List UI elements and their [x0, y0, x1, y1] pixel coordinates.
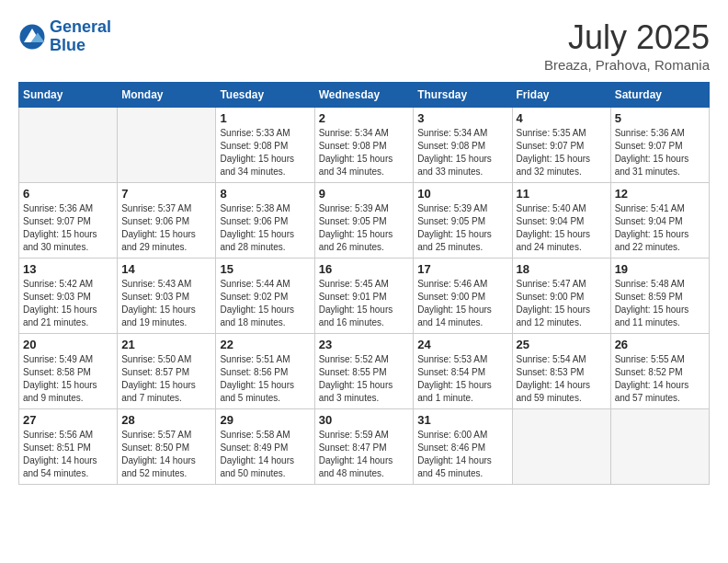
day-info: Sunrise: 5:38 AMSunset: 9:06 PMDaylight:… [220, 202, 310, 254]
calendar-cell: 29 Sunrise: 5:58 AMSunset: 8:49 PMDaylig… [216, 409, 314, 485]
calendar-cell: 27 Sunrise: 5:56 AMSunset: 8:51 PMDaylig… [19, 409, 118, 485]
calendar-cell: 10 Sunrise: 5:39 AMSunset: 9:05 PMDaylig… [414, 183, 512, 259]
day-number: 6 [23, 187, 113, 201]
day-number: 4 [517, 111, 607, 125]
day-info: Sunrise: 5:44 AMSunset: 9:02 PMDaylight:… [220, 278, 310, 329]
day-number: 10 [417, 187, 507, 201]
calendar-cell: 22 Sunrise: 5:51 AMSunset: 8:56 PMDaylig… [216, 334, 314, 409]
day-number: 17 [417, 262, 507, 276]
day-info: Sunrise: 5:43 AMSunset: 9:03 PMDaylight:… [121, 278, 211, 329]
calendar-week-5: 27 Sunrise: 5:56 AMSunset: 8:51 PMDaylig… [19, 409, 710, 485]
day-number: 22 [220, 338, 310, 351]
day-number: 21 [121, 338, 211, 351]
calendar-cell: 23 Sunrise: 5:52 AMSunset: 8:55 PMDaylig… [314, 334, 414, 409]
day-number: 28 [121, 413, 211, 427]
calendar-cell: 5 Sunrise: 5:36 AMSunset: 9:07 PMDayligh… [610, 108, 709, 183]
day-number: 23 [319, 338, 410, 351]
logo: General Blue [18, 18, 111, 55]
calendar-cell [610, 409, 709, 485]
day-info: Sunrise: 5:59 AMSunset: 8:47 PMDaylight:… [319, 429, 410, 480]
calendar-cell: 14 Sunrise: 5:43 AMSunset: 9:03 PMDaylig… [118, 259, 216, 334]
weekday-header-thursday: Thursday [414, 83, 512, 108]
day-info: Sunrise: 6:00 AMSunset: 8:46 PMDaylight:… [417, 429, 507, 480]
day-number: 31 [417, 413, 507, 427]
day-number: 19 [615, 262, 705, 276]
calendar-week-4: 20 Sunrise: 5:49 AMSunset: 8:58 PMDaylig… [19, 334, 710, 409]
calendar-cell [512, 409, 610, 485]
day-info: Sunrise: 5:41 AMSunset: 9:04 PMDaylight:… [615, 202, 705, 254]
calendar-cell: 4 Sunrise: 5:35 AMSunset: 9:07 PMDayligh… [512, 108, 610, 183]
calendar-cell: 21 Sunrise: 5:50 AMSunset: 8:57 PMDaylig… [118, 334, 216, 409]
calendar-cell: 7 Sunrise: 5:37 AMSunset: 9:06 PMDayligh… [118, 183, 216, 259]
day-info: Sunrise: 5:51 AMSunset: 8:56 PMDaylight:… [220, 353, 310, 405]
day-number: 7 [121, 187, 211, 201]
day-info: Sunrise: 5:34 AMSunset: 9:08 PMDaylight:… [319, 127, 410, 178]
day-info: Sunrise: 5:35 AMSunset: 9:07 PMDaylight:… [517, 127, 607, 178]
day-number: 3 [417, 111, 507, 125]
day-info: Sunrise: 5:39 AMSunset: 9:05 PMDaylight:… [319, 202, 410, 254]
month-title: July 2025 [544, 18, 710, 57]
day-info: Sunrise: 5:42 AMSunset: 9:03 PMDaylight:… [23, 278, 113, 329]
day-info: Sunrise: 5:40 AMSunset: 9:04 PMDaylight:… [517, 202, 607, 254]
logo-icon [18, 23, 46, 51]
calendar-cell: 6 Sunrise: 5:36 AMSunset: 9:07 PMDayligh… [19, 183, 118, 259]
day-number: 15 [220, 262, 310, 276]
day-number: 29 [220, 413, 310, 427]
calendar-cell: 2 Sunrise: 5:34 AMSunset: 9:08 PMDayligh… [314, 108, 414, 183]
day-number: 13 [23, 262, 113, 276]
day-number: 25 [517, 338, 607, 351]
calendar-cell: 15 Sunrise: 5:44 AMSunset: 9:02 PMDaylig… [216, 259, 314, 334]
calendar-cell: 24 Sunrise: 5:53 AMSunset: 8:54 PMDaylig… [414, 334, 512, 409]
day-number: 24 [417, 338, 507, 351]
day-info: Sunrise: 5:58 AMSunset: 8:49 PMDaylight:… [220, 429, 310, 480]
day-number: 16 [319, 262, 410, 276]
weekday-header-tuesday: Tuesday [216, 83, 314, 108]
weekday-header-saturday: Saturday [610, 83, 709, 108]
calendar-cell: 28 Sunrise: 5:57 AMSunset: 8:50 PMDaylig… [118, 409, 216, 485]
day-number: 2 [319, 111, 410, 125]
calendar-cell: 1 Sunrise: 5:33 AMSunset: 9:08 PMDayligh… [216, 108, 314, 183]
calendar-week-2: 6 Sunrise: 5:36 AMSunset: 9:07 PMDayligh… [19, 183, 710, 259]
weekday-header-row: SundayMondayTuesdayWednesdayThursdayFrid… [19, 83, 710, 108]
page-header: General Blue July 2025 Breaza, Prahova, … [18, 18, 710, 73]
day-info: Sunrise: 5:52 AMSunset: 8:55 PMDaylight:… [319, 353, 410, 405]
day-info: Sunrise: 5:39 AMSunset: 9:05 PMDaylight:… [417, 202, 507, 254]
weekday-header-monday: Monday [118, 83, 216, 108]
day-info: Sunrise: 5:47 AMSunset: 9:00 PMDaylight:… [517, 278, 607, 329]
day-number: 5 [615, 111, 705, 125]
day-info: Sunrise: 5:56 AMSunset: 8:51 PMDaylight:… [23, 429, 113, 480]
day-info: Sunrise: 5:45 AMSunset: 9:01 PMDaylight:… [319, 278, 410, 329]
calendar-table: SundayMondayTuesdayWednesdayThursdayFrid… [18, 82, 710, 485]
title-block: July 2025 Breaza, Prahova, Romania [544, 18, 710, 73]
day-number: 9 [319, 187, 410, 201]
day-info: Sunrise: 5:46 AMSunset: 9:00 PMDaylight:… [417, 278, 507, 329]
calendar-cell: 13 Sunrise: 5:42 AMSunset: 9:03 PMDaylig… [19, 259, 118, 334]
day-number: 8 [220, 187, 310, 201]
calendar-cell: 11 Sunrise: 5:40 AMSunset: 9:04 PMDaylig… [512, 183, 610, 259]
day-number: 12 [615, 187, 705, 201]
calendar-cell: 9 Sunrise: 5:39 AMSunset: 9:05 PMDayligh… [314, 183, 414, 259]
calendar-cell: 17 Sunrise: 5:46 AMSunset: 9:00 PMDaylig… [414, 259, 512, 334]
day-info: Sunrise: 5:48 AMSunset: 8:59 PMDaylight:… [615, 278, 705, 329]
day-info: Sunrise: 5:33 AMSunset: 9:08 PMDaylight:… [220, 127, 310, 178]
calendar-cell: 16 Sunrise: 5:45 AMSunset: 9:01 PMDaylig… [314, 259, 414, 334]
calendar-cell [118, 108, 216, 183]
weekday-header-friday: Friday [512, 83, 610, 108]
day-info: Sunrise: 5:50 AMSunset: 8:57 PMDaylight:… [121, 353, 211, 405]
calendar-cell: 12 Sunrise: 5:41 AMSunset: 9:04 PMDaylig… [610, 183, 709, 259]
calendar-cell: 26 Sunrise: 5:55 AMSunset: 8:52 PMDaylig… [610, 334, 709, 409]
logo-line1: General [50, 17, 111, 36]
calendar-cell: 8 Sunrise: 5:38 AMSunset: 9:06 PMDayligh… [216, 183, 314, 259]
day-number: 20 [23, 338, 113, 351]
day-number: 26 [615, 338, 705, 351]
calendar-cell: 30 Sunrise: 5:59 AMSunset: 8:47 PMDaylig… [314, 409, 414, 485]
day-info: Sunrise: 5:37 AMSunset: 9:06 PMDaylight:… [121, 202, 211, 254]
calendar-week-1: 1 Sunrise: 5:33 AMSunset: 9:08 PMDayligh… [19, 108, 710, 183]
calendar-cell: 25 Sunrise: 5:54 AMSunset: 8:53 PMDaylig… [512, 334, 610, 409]
day-info: Sunrise: 5:49 AMSunset: 8:58 PMDaylight:… [23, 353, 113, 405]
day-info: Sunrise: 5:36 AMSunset: 9:07 PMDaylight:… [615, 127, 705, 178]
day-number: 27 [23, 413, 113, 427]
calendar-cell [19, 108, 118, 183]
day-number: 1 [220, 111, 310, 125]
calendar-cell: 31 Sunrise: 6:00 AMSunset: 8:46 PMDaylig… [414, 409, 512, 485]
